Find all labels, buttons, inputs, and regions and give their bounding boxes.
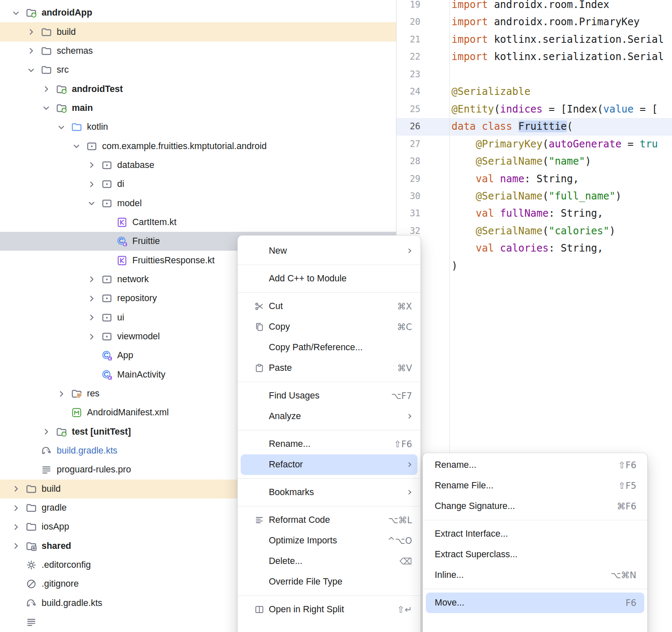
code-line[interactable]: import androidx.room.Index <box>452 0 664 13</box>
code-token: indices <box>500 103 543 115</box>
menu-item-change-signature[interactable]: Change Signature...⌘F6 <box>423 496 647 517</box>
code-line[interactable]: val calories: String, <box>452 240 664 257</box>
code-line[interactable]: @Entity(indices = [Index(value = [ <box>452 101 664 118</box>
code-line[interactable]: data class Fruittie( <box>452 118 664 135</box>
chevron-right-icon[interactable] <box>84 310 99 325</box>
menu-item-extract-superclass[interactable]: Extract Superclass... <box>423 544 647 565</box>
menu-item-bookmarks[interactable]: Bookmarks› <box>238 482 420 503</box>
tree-item-com-example-fruitties-kmptutorial-android[interactable]: com.example.fruitties.kmptutorial.androi… <box>0 136 396 155</box>
menu-item-paste[interactable]: Paste⌘V <box>238 358 420 378</box>
tree-item-di[interactable]: di <box>0 175 396 194</box>
icon-spacer <box>254 439 265 450</box>
chevron-down-icon[interactable] <box>84 196 99 211</box>
code-token <box>452 155 476 167</box>
icon-spacer <box>254 577 265 587</box>
chevron-right-icon[interactable] <box>54 386 69 401</box>
menu-shortcut: ⌘F6 <box>617 501 636 511</box>
tree-item-androidtest[interactable]: androidTest <box>0 79 396 98</box>
tree-item-src[interactable]: src <box>0 60 396 79</box>
menu-item-rename[interactable]: Rename...⇧F6 <box>423 455 647 475</box>
menu-item-analyze[interactable]: Analyze› <box>238 406 420 427</box>
gradle-icon <box>39 443 54 459</box>
code-line[interactable]: import androidx.room.PrimaryKey <box>452 13 664 31</box>
code-line[interactable]: @PrimaryKey(autoGenerate = tru <box>452 136 664 153</box>
chevron-right-icon[interactable] <box>84 329 99 344</box>
code-token: @SerialName <box>476 225 543 237</box>
menu-item-label: Extract Superclass... <box>435 549 517 560</box>
chevron-right-icon[interactable] <box>8 519 24 535</box>
folder-icon <box>39 43 54 58</box>
menu-separator <box>238 506 420 506</box>
menu-item-delete[interactable]: Delete...⌫ <box>238 551 420 572</box>
menu-item-reformat-code[interactable]: Reformat Code⌥⌘L <box>238 510 420 530</box>
menu-item-move[interactable]: Move...F6 <box>426 593 644 613</box>
line-number: 25 <box>396 101 420 118</box>
line-number: 22 <box>396 48 420 66</box>
code-line[interactable]: @SerialName("calories") <box>452 223 664 240</box>
tree-item-label: build <box>42 484 60 494</box>
chevron-right-icon[interactable] <box>24 24 39 39</box>
chevron-down-icon[interactable] <box>54 120 69 135</box>
menu-shortcut: ⌥F7 <box>391 391 412 401</box>
code-line[interactable]: import kotlinx.serialization.Serial <box>452 31 664 48</box>
paste-icon <box>254 363 265 374</box>
code-line[interactable]: @Serializable <box>452 83 664 100</box>
line-number: 23 <box>396 66 420 83</box>
code-line[interactable]: ) <box>452 257 664 275</box>
menu-item-rename[interactable]: Rename...⇧F6 <box>238 434 420 454</box>
chevron-right-icon[interactable] <box>39 424 54 439</box>
chevron-right-icon[interactable] <box>8 481 24 496</box>
menu-item-refactor[interactable]: Refactor› <box>241 454 417 475</box>
tree-item-kotlin[interactable]: kotlin <box>0 118 396 136</box>
tree-item-schemas[interactable]: schemas <box>0 42 396 60</box>
chevron-right-icon[interactable] <box>24 43 39 58</box>
tree-item-label: model <box>117 198 142 209</box>
tree-item-androidapp[interactable]: androidApp <box>0 3 396 22</box>
code-line[interactable] <box>452 66 664 83</box>
chevron-right-icon[interactable] <box>8 538 24 553</box>
chevron-right-icon[interactable] <box>39 81 54 97</box>
code-area[interactable]: import androidx.room.Indeximport android… <box>452 0 664 275</box>
chevron-down-icon[interactable] <box>8 5 24 21</box>
code-line[interactable]: @SerialName("full_name") <box>452 188 664 205</box>
menu-item-optimize-imports[interactable]: Optimize Imports^⌥O <box>238 530 420 551</box>
chevron-down-icon[interactable] <box>69 139 84 154</box>
code-line[interactable]: val fullName: String, <box>452 205 664 222</box>
chevron-right-icon[interactable] <box>84 157 99 173</box>
menu-item-cut[interactable]: Cut⌘X <box>238 296 420 317</box>
menu-item-new[interactable]: New› <box>238 241 420 261</box>
menu-item-extract-interface[interactable]: Extract Interface... <box>423 524 647 544</box>
code-token: ( <box>494 103 500 115</box>
menu-item-label: Delete... <box>269 556 302 566</box>
chevron-right-icon[interactable] <box>84 177 99 192</box>
menu-item-open-in-right-split[interactable]: Open in Right Split⇧↵ <box>238 599 420 620</box>
chevron-right-icon[interactable] <box>84 272 99 287</box>
menu-item-copy[interactable]: Copy⌘C <box>238 317 420 337</box>
tree-item-build[interactable]: build <box>0 22 396 41</box>
code-token: : String, <box>549 207 603 219</box>
tree-item-model[interactable]: model <box>0 194 396 212</box>
package-icon <box>99 196 114 211</box>
tree-item-main[interactable]: main <box>0 99 396 118</box>
code-token: autoGenerate <box>549 138 621 150</box>
menu-item-add-c-to-module[interactable]: Add C++ to Module <box>238 268 420 289</box>
code-token: : String, <box>549 242 603 254</box>
chevron-down-icon[interactable] <box>39 100 54 115</box>
menu-separator <box>423 520 647 520</box>
chevron-right-icon[interactable] <box>84 291 99 306</box>
chevron-down-icon[interactable] <box>24 63 39 78</box>
code-token: ( <box>567 121 573 132</box>
menu-item-find-usages[interactable]: Find Usages⌥F7 <box>238 385 420 406</box>
chevron-right-icon[interactable] <box>8 501 24 516</box>
icon-spacer <box>254 391 265 401</box>
tree-item-cartitem-kt[interactable]: CartItem.kt <box>0 213 396 232</box>
menu-item-copy-path-reference[interactable]: Copy Path/Reference... <box>238 337 420 358</box>
menu-item-label: Rename... <box>435 460 476 470</box>
code-line[interactable]: val name: String, <box>452 170 664 188</box>
menu-item-inline[interactable]: Inline...⌥⌘N <box>423 565 647 585</box>
code-line[interactable]: @SerialName("name") <box>452 153 664 170</box>
menu-item-rename-file[interactable]: Rename File...⇧F5 <box>423 475 647 496</box>
menu-item-override-file-type[interactable]: Override File Type <box>238 572 420 592</box>
code-line[interactable]: import kotlinx.serialization.Serial <box>452 48 664 66</box>
tree-item-database[interactable]: database <box>0 156 396 175</box>
